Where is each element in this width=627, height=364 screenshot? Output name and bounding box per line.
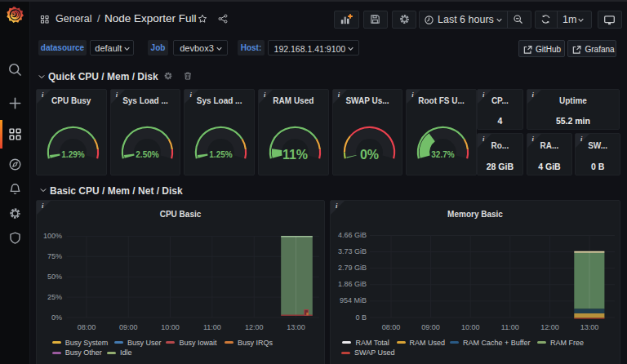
svg-text:0%: 0% xyxy=(360,148,379,162)
svg-text:32.7%: 32.7% xyxy=(432,150,455,159)
svg-text:1.25%: 1.25% xyxy=(210,150,233,159)
svg-text:11%: 11% xyxy=(282,148,308,162)
svg-text:2.50%: 2.50% xyxy=(136,150,158,159)
svg-text:1.29%: 1.29% xyxy=(61,150,84,159)
